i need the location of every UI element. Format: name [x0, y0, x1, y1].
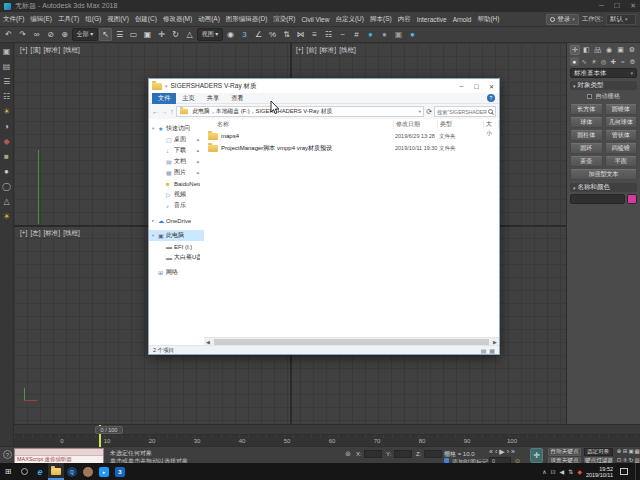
- user-avatar-app[interactable]: [80, 463, 96, 480]
- column-header[interactable]: 名称: [204, 120, 394, 129]
- address-bar[interactable]: 此电脑 › 本地磁盘 (F:) › SIGERSHADERS V-Ray 材质 …: [176, 106, 425, 117]
- undo-icon[interactable]: ↶: [2, 28, 15, 41]
- primitive-button[interactable]: 平面: [605, 156, 638, 167]
- ring-icon[interactable]: ◯: [1, 181, 12, 192]
- column-header[interactable]: 修改日期: [394, 120, 438, 129]
- sun-icon[interactable]: ☀: [1, 211, 12, 222]
- menu-item[interactable]: 内容: [395, 15, 414, 24]
- object-name-field[interactable]: [570, 194, 625, 204]
- refresh-icon[interactable]: ⟳: [426, 108, 432, 116]
- edge-app[interactable]: e: [32, 463, 48, 480]
- network-icon[interactable]: ⇅: [568, 468, 573, 475]
- viewport-label-segment[interactable]: [前]: [306, 46, 316, 55]
- help-icon[interactable]: ?: [487, 94, 495, 102]
- primitive-button[interactable]: 四棱锥: [605, 143, 638, 154]
- go-to-end-button[interactable]: »: [511, 448, 515, 456]
- primitive-button[interactable]: 管状体: [605, 130, 638, 141]
- viewport-label-segment[interactable]: [+]: [20, 229, 27, 238]
- menu-item[interactable]: Arnold: [450, 16, 475, 23]
- file-row[interactable]: maps4 2019/6/29 13:28 文件夹: [204, 130, 499, 142]
- scale-icon[interactable]: △: [183, 28, 196, 41]
- nav-this-pc[interactable]: ▾ ▣ 此电脑: [149, 230, 204, 241]
- crossing-icon[interactable]: ▣: [141, 28, 154, 41]
- maxscript-mini-listener[interactable]: MAXScript 迷你侦听器: [14, 448, 104, 463]
- select-by-name-icon[interactable]: ☰: [113, 28, 126, 41]
- ribbon-tab[interactable]: 文件: [152, 93, 176, 104]
- nav-videos[interactable]: ▷ 视频: [149, 189, 204, 200]
- light-icon[interactable]: ☀: [1, 106, 12, 117]
- nav-downloads[interactable]: ↓ 下载 ✦: [149, 145, 204, 156]
- nav-usb-drive[interactable]: ▬ 大白菜U盘 (D:): [149, 252, 204, 263]
- next-frame-button[interactable]: ›: [507, 448, 509, 456]
- object-color-swatch[interactable]: [627, 194, 637, 204]
- viewport-label-segment[interactable]: [+]: [296, 46, 303, 55]
- forward-button[interactable]: →: [161, 108, 168, 115]
- magnet-icon[interactable]: ◆: [1, 136, 12, 147]
- primitive-button[interactable]: 茶壶: [570, 156, 603, 167]
- hierarchy-tab[interactable]: 品: [593, 45, 603, 55]
- menu-item[interactable]: 组(G): [82, 15, 104, 24]
- spacewarps-category[interactable]: ≈: [618, 57, 627, 66]
- play-button[interactable]: ▶: [499, 448, 504, 456]
- back-button[interactable]: ←: [152, 108, 159, 115]
- file-row[interactable]: ProjectManager脚本 vmpp4 vray材质预设 2019/10/…: [204, 142, 499, 154]
- nav-documents[interactable]: ▤ 文档 ✦: [149, 156, 204, 167]
- menu-item[interactable]: 修改器(M): [160, 15, 195, 24]
- column-header[interactable]: 大小: [484, 120, 499, 129]
- action-center-icon[interactable]: [620, 468, 628, 475]
- primitive-button[interactable]: 圆环: [570, 143, 603, 154]
- primitive-button[interactable]: 长方体: [570, 104, 603, 115]
- menu-item[interactable]: 动画(A): [195, 15, 223, 24]
- nav-efi-drive[interactable]: ▬ EFI (I:): [149, 241, 204, 252]
- utilities-tab[interactable]: ⚙: [627, 45, 637, 55]
- rotate-icon[interactable]: ↻: [169, 28, 182, 41]
- viewport-label-segment[interactable]: [左]: [30, 229, 40, 238]
- nav-pictures[interactable]: ▦ 图片 ✦: [149, 167, 204, 178]
- viewport-label-segment[interactable]: [线框]: [63, 229, 80, 238]
- nav-network[interactable]: ⊞ 网络: [149, 267, 204, 278]
- rollout-name-color[interactable]: ▾ 名称和颜色: [570, 183, 637, 192]
- viewport-label-segment[interactable]: [顶]: [30, 46, 40, 55]
- primitive-button[interactable]: 球体: [570, 117, 603, 128]
- scroll-left-icon[interactable]: ◀: [204, 339, 212, 345]
- time-slider-handle[interactable]: 0 / 100: [95, 426, 123, 434]
- sphere-icon[interactable]: ●: [1, 166, 12, 177]
- unlink-icon[interactable]: ⊘: [44, 28, 57, 41]
- redo-icon[interactable]: ↷: [16, 28, 29, 41]
- listener-macro-row[interactable]: [15, 449, 103, 456]
- 3dsmax-app[interactable]: 3: [112, 463, 128, 480]
- viewport-label-segment[interactable]: [标准]: [44, 46, 61, 55]
- scrollbar-thumb[interactable]: [214, 339, 489, 345]
- rect-region-icon[interactable]: ▭: [127, 28, 140, 41]
- ribbon-tab[interactable]: 查看: [225, 93, 249, 104]
- box-icon[interactable]: ▣: [1, 46, 12, 57]
- selection-lock-icon[interactable]: ⊗: [345, 450, 351, 458]
- menu-item[interactable]: 自定义(U): [332, 15, 367, 24]
- systems-category[interactable]: ⚙: [628, 57, 637, 66]
- rendered-frame-icon[interactable]: ▣: [392, 28, 405, 41]
- notifier-flame-icon[interactable]: ◆: [577, 468, 582, 475]
- menu-item[interactable]: 创建(C): [132, 15, 160, 24]
- viewport-label-segment[interactable]: [标准]: [44, 229, 61, 238]
- menu-item[interactable]: Interactive: [414, 16, 450, 23]
- up-button[interactable]: ↑: [170, 108, 174, 115]
- explorer-titlebar[interactable]: ▾ SIGERSHADERS V-Ray 材质 ─ ☐ ✕: [149, 79, 499, 93]
- taskbar-clock[interactable]: 19:52 2019/10/11: [586, 466, 613, 478]
- primitive-button[interactable]: 圆锥体: [605, 104, 638, 115]
- search-button[interactable]: [16, 463, 32, 480]
- y-coordinate-field[interactable]: [394, 450, 412, 458]
- align-icon[interactable]: ≡: [308, 28, 321, 41]
- move-icon[interactable]: ✛: [155, 28, 168, 41]
- primitive-button[interactable]: 几何球体: [605, 117, 638, 128]
- curve-editor-icon[interactable]: ~: [336, 28, 349, 41]
- file-list[interactable]: 名称修改日期类型大小 maps4 2019/6/29 13:28 文件夹 Pro…: [204, 119, 499, 337]
- scroll-right-icon[interactable]: ▶: [491, 339, 499, 345]
- menu-item[interactable]: 工具(T): [55, 15, 82, 24]
- breadcrumb-segment[interactable]: 此电脑: [191, 107, 210, 116]
- breadcrumb-segment[interactable]: › 本地磁盘 (F:): [212, 107, 250, 116]
- zoom-extents-all-icon[interactable]: ▦: [634, 448, 640, 454]
- max-close-button[interactable]: ✕: [630, 1, 636, 11]
- bind-spacewarp-icon[interactable]: ⊕: [58, 28, 71, 41]
- details-view-icon[interactable]: ▤: [481, 347, 487, 354]
- nav-quick-access[interactable]: ▾ ★ 快速访问: [149, 123, 204, 134]
